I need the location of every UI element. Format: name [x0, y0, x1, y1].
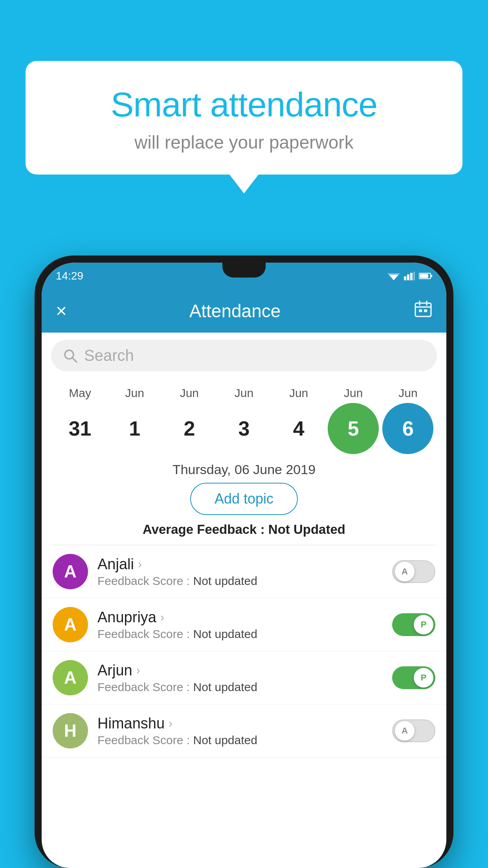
- cal-month-1: Jun: [109, 386, 160, 400]
- cal-date-3[interactable]: 3: [218, 403, 270, 454]
- svg-line-16: [72, 358, 77, 362]
- avatar: A: [53, 660, 88, 695]
- svg-rect-4: [410, 273, 413, 280]
- student-row: AArjun ›Feedback Score : Not updatedP: [42, 651, 446, 704]
- chevron-icon: ›: [138, 557, 142, 571]
- toggle-knob: A: [395, 721, 415, 741]
- cal-date-1[interactable]: 1: [109, 403, 160, 454]
- toggle-knob: P: [414, 615, 433, 634]
- attendance-toggle[interactable]: A: [392, 719, 435, 742]
- attendance-toggle[interactable]: A: [392, 560, 435, 583]
- toggle-knob: P: [414, 668, 433, 688]
- cal-date-0[interactable]: 31: [55, 403, 106, 454]
- toggle-container[interactable]: P: [392, 666, 435, 689]
- student-score: Feedback Score : Not updated: [97, 734, 383, 747]
- speech-bubble: Smart attendance will replace your paper…: [26, 61, 462, 175]
- student-score: Feedback Score : Not updated: [97, 680, 383, 694]
- student-name[interactable]: Arjun ›: [97, 662, 383, 679]
- notch: [222, 263, 266, 278]
- add-topic-button[interactable]: Add topic: [190, 483, 298, 515]
- search-input[interactable]: Search: [84, 347, 134, 364]
- cal-month-5: Jun: [328, 386, 379, 400]
- student-info: Arjun ›Feedback Score : Not updated: [97, 662, 383, 694]
- svg-rect-14: [424, 309, 427, 312]
- cal-month-2: Jun: [164, 386, 215, 400]
- cal-date-2[interactable]: 2: [164, 403, 215, 454]
- student-name[interactable]: Himanshu ›: [97, 715, 383, 732]
- avg-feedback: Average Feedback : Not Updated: [42, 522, 446, 537]
- attendance-toggle[interactable]: P: [392, 613, 435, 636]
- svg-rect-2: [404, 276, 406, 280]
- svg-rect-13: [419, 309, 422, 312]
- speech-bubble-title: Smart attendance: [49, 85, 439, 125]
- cal-date-5[interactable]: 5: [328, 403, 379, 454]
- cal-month-4: Jun: [273, 386, 324, 400]
- phone-screen: 14:29: [42, 263, 446, 868]
- student-score: Feedback Score : Not updated: [97, 574, 383, 588]
- calendar-row: May Jun Jun Jun Jun Jun Jun 31 1 2 3 4 5…: [42, 379, 446, 454]
- toggle-container[interactable]: A: [392, 719, 435, 742]
- student-info: Anupriya ›Feedback Score : Not updated: [97, 609, 383, 641]
- phone-frame: 14:29: [35, 256, 453, 868]
- cal-date-4[interactable]: 4: [273, 403, 324, 454]
- toggle-knob: A: [395, 562, 415, 581]
- avatar: H: [53, 713, 88, 748]
- status-time: 14:29: [56, 270, 83, 282]
- search-bar[interactable]: Search: [51, 340, 437, 371]
- toggle-container[interactable]: A: [392, 560, 435, 583]
- signal-icon: [404, 272, 415, 280]
- attendance-toggle[interactable]: P: [392, 666, 435, 689]
- status-icons: [387, 272, 432, 280]
- student-info: Anjali ›Feedback Score : Not updated: [97, 556, 383, 588]
- avatar: A: [53, 554, 88, 589]
- calendar-dates: 31 1 2 3 4 5 6: [53, 403, 435, 454]
- svg-rect-9: [415, 303, 431, 316]
- student-name[interactable]: Anjali ›: [97, 556, 383, 573]
- avg-feedback-value: Not Updated: [268, 522, 345, 537]
- student-info: Himanshu ›Feedback Score : Not updated: [97, 715, 383, 747]
- wifi-icon: [387, 272, 400, 280]
- app-bar: × Attendance: [42, 289, 446, 333]
- search-icon: [63, 348, 78, 363]
- cal-month-0: May: [55, 386, 106, 400]
- app-bar-title: Attendance: [56, 300, 414, 322]
- speech-bubble-subtitle: will replace your paperwork: [49, 132, 439, 153]
- status-bar: 14:29: [42, 263, 446, 289]
- battery-icon: [419, 272, 432, 280]
- chevron-icon: ›: [136, 664, 140, 677]
- chevron-icon: ›: [160, 611, 164, 624]
- calendar-months: May Jun Jun Jun Jun Jun Jun: [53, 386, 435, 400]
- student-score: Feedback Score : Not updated: [97, 627, 383, 641]
- svg-marker-1: [387, 273, 400, 280]
- speech-bubble-container: Smart attendance will replace your paper…: [26, 61, 462, 175]
- cal-month-6: Jun: [382, 386, 433, 400]
- student-row: HHimanshu ›Feedback Score : Not updatedA: [42, 704, 446, 758]
- cal-month-3: Jun: [218, 386, 270, 400]
- chevron-icon: ›: [169, 717, 172, 730]
- svg-rect-7: [431, 275, 432, 277]
- student-name[interactable]: Anupriya ›: [97, 609, 383, 626]
- svg-rect-3: [407, 274, 409, 280]
- date-label: Thursday, 06 June 2019: [42, 462, 446, 477]
- avg-feedback-label: Average Feedback :: [143, 522, 268, 537]
- calendar-icon[interactable]: [414, 300, 432, 322]
- avatar: A: [53, 607, 88, 642]
- student-row: AAnupriya ›Feedback Score : Not updatedP: [42, 598, 446, 651]
- toggle-container[interactable]: P: [392, 613, 435, 636]
- svg-rect-5: [413, 272, 415, 280]
- student-list: AAnjali ›Feedback Score : Not updatedAAA…: [42, 545, 446, 758]
- svg-rect-8: [420, 274, 428, 278]
- cal-date-6[interactable]: 6: [382, 403, 433, 454]
- student-row: AAnjali ›Feedback Score : Not updatedA: [42, 545, 446, 598]
